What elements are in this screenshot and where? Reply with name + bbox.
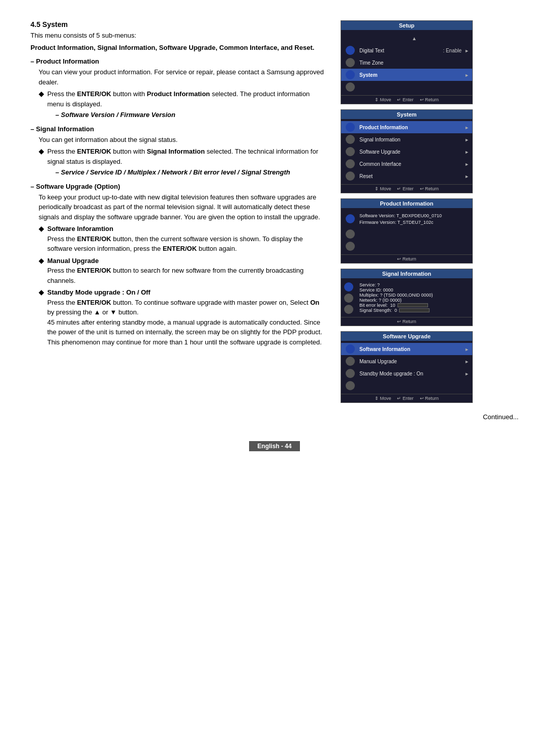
tv-arrow-system	[465, 72, 469, 78]
tv-label-timezone: Time Zone	[359, 60, 469, 66]
tv-label-software-upgrade: Software Upgrade	[359, 149, 462, 155]
tv-box-setup: Setup ▲ Digital Text : Enable Time Z	[341, 20, 473, 104]
tv-footer-product: ↩ Return	[341, 254, 472, 263]
tv-sig-icons-col	[344, 282, 353, 314]
tv-network: Network: ? (ID 0000)	[359, 298, 469, 303]
tv-box-product-body: Software Version: T_BDXPDEU00_0710 Firmw…	[341, 208, 472, 254]
left-column: 4.5 System This menu consists of 5 sub-m…	[30, 20, 325, 403]
sw-firmware-dash: – Software Version / Firmware Version	[55, 110, 325, 120]
standby-mode-content: Standby Mode upgrade : On / Off Press th…	[47, 287, 325, 347]
tv-box-signal-header: Signal Information	[341, 269, 472, 278]
tv-box-system-header: System	[341, 110, 472, 119]
tv-value-digital-text: : Enable	[443, 48, 462, 53]
tv-service-id: Service ID: 0000	[359, 287, 469, 293]
tv-row-product-info: Product Information	[341, 121, 472, 133]
page-content: 4.5 System This menu consists of 5 sub-m…	[30, 20, 518, 403]
tv-row-icon3	[341, 240, 472, 252]
software-upgrade-heading: – Software Upgrade (Option)	[30, 180, 325, 191]
tv-signal-info-text: Service: ? Service ID: 0000 Multiplex: ?…	[359, 282, 469, 313]
tv-row-system: System	[341, 69, 472, 81]
product-info-body: You can view your product information. F…	[39, 67, 325, 87]
tv-label-reset: Reset	[359, 173, 462, 179]
product-info-bullet: ◆ Press the ENTER/OK button with Product…	[39, 89, 325, 121]
tv-row-timezone: Time Zone	[341, 56, 472, 69]
bullet-diamond-icon: ◆	[39, 89, 44, 121]
tv-row-signal-info: Signal Information	[341, 133, 472, 146]
section-heading: 4.5 System	[30, 20, 325, 28]
signal-info-heading: – Signal Information	[30, 122, 325, 134]
tv-icon-standby	[344, 368, 356, 379]
tv-box-system: System Product Information Signal Inform…	[341, 109, 473, 193]
tv-row-standby: Standby Mode upgrade : On	[341, 367, 472, 380]
tv-icon-sw-upgrade	[344, 147, 356, 157]
tv-icon-system	[344, 70, 356, 80]
tv-footer-signal: ↩ Return	[341, 317, 472, 326]
tv-icon-reset	[344, 171, 356, 181]
tv-icon-sw-ver	[344, 213, 356, 223]
tv-row-sig-icons: Service: ? Service ID: 0000 Multiplex: ?…	[341, 280, 472, 315]
tv-arrow-standby	[465, 371, 469, 376]
tv-icon-timezone	[344, 57, 356, 68]
page-footer: English - 44	[30, 441, 518, 451]
tv-sig-icon1	[344, 282, 353, 292]
tv-label-digital-text: Digital Text	[359, 48, 440, 53]
tv-service: Service: ?	[359, 282, 469, 287]
tv-box-signal-info: Signal Information Service: ? Service ID…	[341, 269, 473, 326]
tv-label-manual-upgrade: Manual Upgrade	[359, 359, 462, 364]
bullet-diamond-icon2: ◆	[39, 147, 44, 179]
tv-fw-version: Firmware Version: T_STDEU7_102c	[359, 220, 469, 225]
tv-product-info-text: Software Version: T_BDXPDEU00_0710 Firmw…	[359, 213, 469, 225]
tv-label-signal-info: Signal Information	[359, 137, 462, 142]
tv-label-sw-info: Software Information	[359, 346, 462, 352]
manual-upgrade-content: Manual Upgrade Press the ENTER/OK button…	[47, 256, 325, 286]
tv-footer-system: ⇕ Move ↵ Enter ↩ Return	[341, 184, 472, 193]
tv-icon-empty1	[344, 82, 356, 92]
tv-nav-icon	[344, 33, 356, 43]
product-info-heading: – Product Information	[30, 54, 325, 66]
product-info-bullet-content: Press the ENTER/OK button with Product I…	[47, 89, 325, 121]
bullet-diamond-icon4: ◆	[39, 256, 44, 286]
tv-box-setup-body: ▲ Digital Text : Enable Time Zone	[341, 30, 472, 95]
tv-row-software-upgrade: Software Upgrade	[341, 146, 472, 158]
tv-row-sw-info: Software Information	[341, 343, 472, 355]
tv-icon3	[344, 241, 356, 251]
service-dash: – Service / Service ID / Multiplex / Net…	[55, 167, 325, 178]
tv-icon-signal	[344, 134, 356, 144]
tv-arrow-signal	[465, 137, 469, 142]
tv-icon-sw-e1	[344, 381, 356, 391]
software-info-content: Software Inforamtion Press the ENTER/OK …	[47, 224, 325, 254]
tv-arrow-product	[465, 125, 469, 130]
tv-bit-error: Bit error level: 10	[359, 303, 469, 308]
tv-row-icon2	[341, 228, 472, 240]
tv-row-digital-text: Digital Text : Enable	[341, 44, 472, 56]
section-title: System	[42, 20, 68, 28]
tv-multiplex: Multiplex: ? (TSID 0000,ONID 0000)	[359, 293, 469, 298]
intro-text: This menu consists of 5 sub-menus:	[30, 31, 325, 41]
tv-icon-common	[344, 159, 356, 169]
bit-error-bar	[398, 303, 428, 307]
tv-label-common-interface: Common Interface	[359, 161, 462, 167]
manual-upgrade-bullet: ◆ Manual Upgrade Press the ENTER/OK butt…	[39, 256, 325, 286]
tv-box-sw-body: Software Information Manual Upgrade Stan…	[341, 341, 472, 394]
tv-up-arrow: ▲	[359, 36, 469, 41]
tv-row-manual-upgrade: Manual Upgrade	[341, 355, 472, 367]
standby-mode-bullet: ◆ Standby Mode upgrade : On / Off Press …	[39, 287, 325, 347]
tv-icon-manual	[344, 356, 356, 366]
tv-label-system: System	[359, 72, 462, 78]
tv-row-up: ▲	[341, 32, 472, 44]
bullet-diamond-icon5: ◆	[39, 287, 44, 347]
bullet-diamond-icon3: ◆	[39, 224, 44, 254]
tv-box-sw-header: Software Upgrade	[341, 332, 472, 341]
right-column: Setup ▲ Digital Text : Enable Time Z	[341, 20, 473, 403]
tv-box-product-header: Product Information	[341, 199, 472, 208]
software-info-bullet: ◆ Software Inforamtion Press the ENTER/O…	[39, 224, 325, 254]
bold-intro: Product Information, Signal Information,…	[30, 43, 325, 53]
software-upgrade-body: To keep your product up-to-date with new…	[39, 192, 325, 222]
tv-arrow-manual	[465, 359, 469, 364]
signal-info-body: You can get information about the signal…	[39, 135, 325, 145]
page-wrapper: 4.5 System This menu consists of 5 sub-m…	[30, 20, 518, 451]
tv-box-sw-upgrade: Software Upgrade Software Information Ma…	[341, 331, 473, 403]
tv-icon-digital	[344, 45, 356, 55]
tv-icon2	[344, 229, 356, 239]
continued-text: Continued...	[30, 413, 518, 421]
